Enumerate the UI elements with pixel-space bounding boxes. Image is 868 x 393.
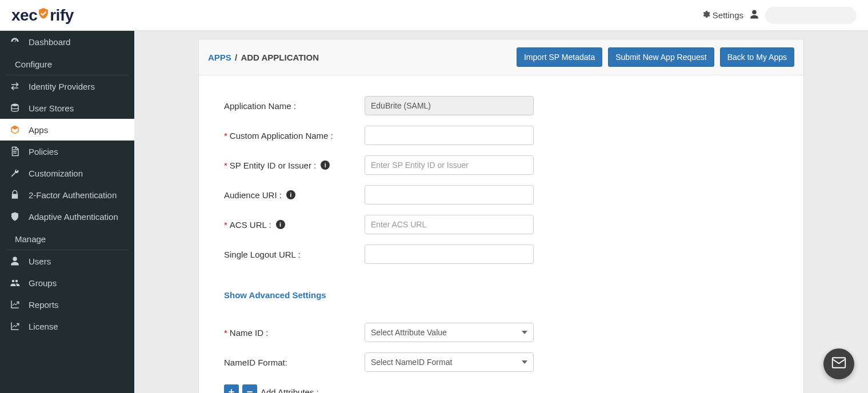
input-acs-url[interactable] <box>365 215 534 234</box>
info-icon[interactable]: i <box>286 190 295 199</box>
wrench-icon <box>9 168 21 178</box>
sidebar-section-configure: Configure <box>6 53 129 75</box>
sidebar-item-label: User Stores <box>29 103 74 113</box>
database-icon <box>9 103 21 113</box>
input-custom-app-name[interactable] <box>365 126 534 145</box>
breadcrumb-current: ADD APPLICATION <box>241 53 319 62</box>
input-application-name <box>365 96 534 115</box>
sidebar-item-label: 2-Factor Authentication <box>29 190 117 200</box>
sidebar-item-label: Reports <box>29 300 59 310</box>
submit-new-app-button[interactable]: Submit New App Request <box>608 47 714 67</box>
mail-icon <box>830 354 847 374</box>
sidebar: Dashboard Configure Identity Providers U… <box>0 31 134 393</box>
gear-icon <box>701 10 710 21</box>
header-actions: Import SP Metadata Submit New App Reques… <box>517 47 794 67</box>
sidebar-item-policies[interactable]: Policies <box>0 141 134 162</box>
label-application-name: Application Name : <box>224 101 365 111</box>
back-to-my-apps-button[interactable]: Back to My Apps <box>720 47 794 67</box>
sidebar-item-label: Policies <box>29 147 58 157</box>
shield-icon <box>9 211 21 222</box>
sidebar-item-apps[interactable]: Apps <box>0 119 134 141</box>
sidebar-item-license[interactable]: License <box>0 315 134 337</box>
remove-attribute-button[interactable]: − <box>242 384 257 393</box>
sidebar-item-label: Apps <box>29 125 48 135</box>
label-single-logout-url: Single Logout URL : <box>224 250 365 259</box>
row-nameid-format: NameID Format: Select NameID Format <box>224 352 778 372</box>
sidebar-item-label: Dashboard <box>29 37 70 47</box>
sidebar-item-identity-providers[interactable]: Identity Providers <box>0 75 134 97</box>
sidebar-item-reports[interactable]: Reports <box>0 294 134 315</box>
user-icon <box>9 256 21 266</box>
chart-icon <box>9 321 21 331</box>
users-icon <box>9 278 21 288</box>
sidebar-item-groups[interactable]: Groups <box>0 272 134 294</box>
exchange-icon <box>9 81 21 91</box>
row-application-name: Application Name : <box>224 96 778 115</box>
label-custom-app-name: *Custom Application Name : <box>224 131 365 141</box>
cube-icon <box>9 125 21 135</box>
main-content: APPS / ADD APPLICATION Import SP Metadat… <box>134 31 868 393</box>
row-audience-uri: Audience URI :i <box>224 185 778 204</box>
label-name-id: *Name ID : <box>224 328 365 338</box>
row-name-id: *Name ID : Select Attribute Value <box>224 323 778 342</box>
breadcrumb-link-apps[interactable]: APPS <box>208 53 231 62</box>
brand-post: rify <box>50 6 74 25</box>
document-icon <box>9 146 21 157</box>
user-menu[interactable] <box>765 7 857 24</box>
select-name-id[interactable]: Select Attribute Value <box>365 323 534 342</box>
label-audience-uri: Audience URI :i <box>224 190 365 200</box>
chat-widget-button[interactable] <box>823 348 854 379</box>
info-icon[interactable]: i <box>321 161 330 170</box>
label-sp-entity-id: *SP Entity ID or Issuer :i <box>224 161 365 170</box>
sidebar-item-adaptive-auth[interactable]: Adaptive Authentication <box>0 206 134 227</box>
sidebar-item-label: Adaptive Authentication <box>29 212 118 222</box>
dashboard-icon <box>9 37 21 47</box>
row-acs-url: *ACS URL :i <box>224 215 778 234</box>
sidebar-item-users[interactable]: Users <box>0 250 134 272</box>
label-nameid-format: NameID Format: <box>224 358 365 367</box>
settings-label: Settings <box>713 10 743 20</box>
sidebar-item-label: Groups <box>29 278 57 288</box>
brand-logo[interactable]: xec rify <box>11 6 74 25</box>
show-advanced-settings-link[interactable]: Show Advanced Settings <box>224 290 326 300</box>
svg-rect-1 <box>833 358 846 368</box>
row-single-logout-url: Single Logout URL : <box>224 244 778 264</box>
lock-icon <box>9 190 21 200</box>
add-attribute-button[interactable]: + <box>224 384 239 393</box>
input-sp-entity-id[interactable] <box>365 155 534 175</box>
sidebar-item-dashboard[interactable]: Dashboard <box>0 31 134 53</box>
card: APPS / ADD APPLICATION Import SP Metadat… <box>198 39 804 393</box>
card-header: APPS / ADD APPLICATION Import SP Metadat… <box>199 39 803 75</box>
brand-pre: xec <box>11 6 37 25</box>
sidebar-item-label: Customization <box>29 169 83 178</box>
row-sp-entity-id: *SP Entity ID or Issuer :i <box>224 155 778 175</box>
input-single-logout-url[interactable] <box>365 244 534 264</box>
breadcrumb: APPS / ADD APPLICATION <box>208 53 319 62</box>
user-icon[interactable] <box>749 9 759 21</box>
settings-link[interactable]: Settings <box>701 10 743 21</box>
sidebar-item-user-stores[interactable]: User Stores <box>0 97 134 119</box>
sidebar-item-2fa[interactable]: 2-Factor Authentication <box>0 184 134 206</box>
select-nameid-format[interactable]: Select NameID Format <box>365 352 534 372</box>
row-add-attributes: + − Add Attributes : <box>224 384 778 393</box>
shield-check-icon <box>37 7 50 21</box>
sidebar-item-label: License <box>29 322 58 331</box>
row-custom-app-name: *Custom Application Name : <box>224 126 778 145</box>
import-sp-metadata-button[interactable]: Import SP Metadata <box>517 47 602 67</box>
topbar: xec rify Settings <box>0 0 868 31</box>
sidebar-item-customization[interactable]: Customization <box>0 162 134 184</box>
info-icon[interactable]: i <box>276 220 285 229</box>
breadcrumb-separator: / <box>234 53 241 62</box>
label-acs-url: *ACS URL :i <box>224 220 365 230</box>
input-audience-uri[interactable] <box>365 185 534 204</box>
sidebar-item-label: Users <box>29 256 51 266</box>
label-add-attributes: Add Attributes : <box>261 387 319 394</box>
card-body: Application Name : *Custom Application N… <box>199 75 803 393</box>
svg-point-0 <box>11 104 18 107</box>
chart-icon <box>9 299 21 310</box>
sidebar-section-manage: Manage <box>6 227 129 250</box>
sidebar-item-label: Identity Providers <box>29 82 95 91</box>
